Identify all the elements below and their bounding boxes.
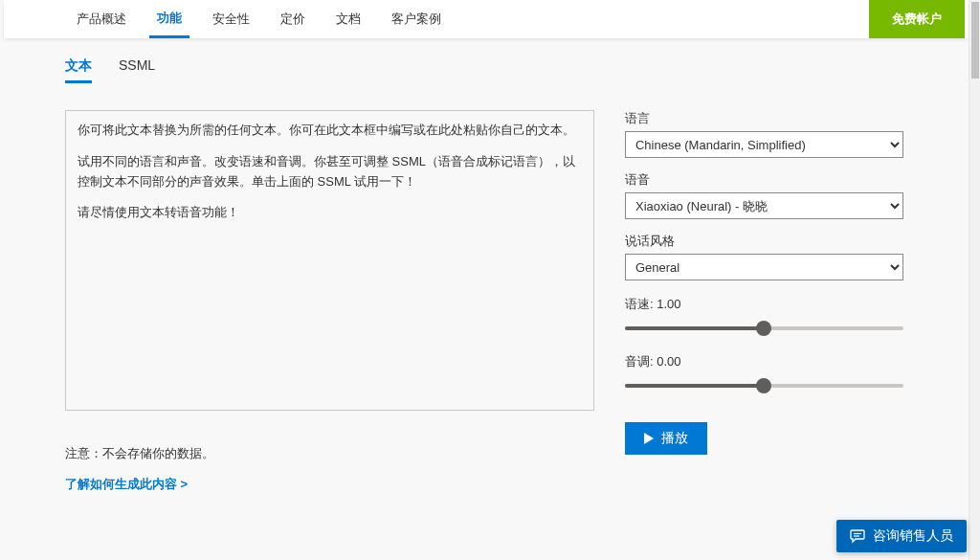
chat-label: 咨询销售人员 — [873, 527, 953, 545]
language-label: 语言 — [625, 110, 903, 127]
scrollbar-thumb[interactable] — [971, 2, 979, 78]
speed-slider[interactable] — [625, 319, 903, 338]
nav-security[interactable]: 安全性 — [205, 0, 257, 38]
sample-text-line: 你可将此文本替换为所需的任何文本。你可在此文本框中编写或在此处粘贴你自己的文本。 — [78, 121, 582, 141]
pitch-thumb[interactable] — [756, 378, 771, 393]
speed-label: 语速: 1.00 — [625, 296, 903, 313]
sample-text-line: 试用不同的语言和声音。改变语速和音调。你甚至可调整 SSML（语音合成标记语言）… — [78, 152, 582, 192]
text-input[interactable]: 你可将此文本替换为所需的任何文本。你可在此文本框中编写或在此处粘贴你自己的文本。… — [65, 110, 594, 411]
style-select[interactable]: General — [625, 254, 903, 280]
pitch-label: 音调: 0.00 — [625, 353, 903, 370]
play-icon — [644, 433, 654, 444]
nav-features[interactable]: 功能 — [149, 0, 189, 38]
chat-sales-button[interactable]: 咨询销售人员 — [836, 520, 967, 552]
free-account-button[interactable]: 免费帐户 — [869, 0, 965, 38]
style-label: 说话风格 — [625, 233, 903, 250]
learn-how-link[interactable]: 了解如何生成此内容 > — [65, 476, 188, 493]
privacy-note: 注意：不会存储你的数据。 — [65, 445, 594, 462]
language-select[interactable]: Chinese (Mandarin, Simplified) — [625, 131, 903, 158]
scrollbar-track[interactable] — [969, 0, 980, 560]
play-button[interactable]: 播放 — [625, 422, 707, 455]
speed-thumb[interactable] — [756, 321, 771, 336]
product-subnav: 产品概述 功能 安全性 定价 文档 客户案例 免费帐户 — [4, 0, 969, 38]
voice-select[interactable]: Xiaoxiao (Neural) - 晓晓 — [625, 192, 903, 219]
chat-icon — [850, 528, 865, 544]
pitch-slider[interactable] — [625, 376, 903, 395]
nav-overview[interactable]: 产品概述 — [69, 0, 134, 38]
nav-docs[interactable]: 文档 — [328, 0, 368, 38]
nav-pricing[interactable]: 定价 — [273, 0, 313, 38]
play-button-label: 播放 — [661, 430, 688, 447]
tab-ssml[interactable]: SSML — [119, 57, 155, 83]
format-tabs: 文本 SSML — [65, 57, 903, 83]
voice-label: 语音 — [625, 171, 903, 189]
sample-text-line: 请尽情使用文本转语音功能！ — [78, 203, 582, 223]
tab-text[interactable]: 文本 — [65, 57, 92, 83]
nav-customers[interactable]: 客户案例 — [384, 0, 449, 38]
